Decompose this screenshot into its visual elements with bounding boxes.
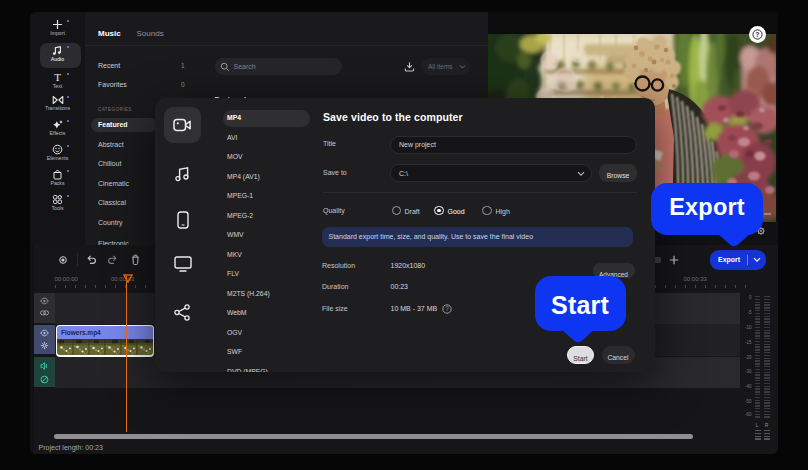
svg-text:?: ? xyxy=(445,305,449,312)
svg-text:T: T xyxy=(54,72,61,83)
svg-text:?: ? xyxy=(755,31,759,38)
